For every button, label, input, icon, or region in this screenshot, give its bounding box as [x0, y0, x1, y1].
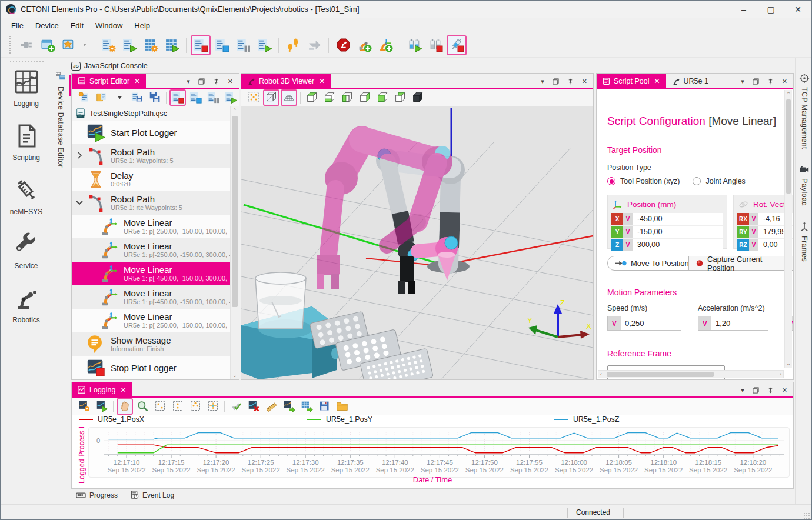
export-table-icon[interactable]: [298, 398, 315, 415]
wireframe-icon[interactable]: [263, 89, 279, 106]
sidebar-item-logging[interactable]: Logging: [1, 69, 52, 108]
view-bottom-icon[interactable]: [321, 89, 338, 106]
script-root-row[interactable]: TestSingleStepPath.qsc: [72, 106, 230, 121]
tab-frames[interactable]: Frames: [796, 222, 812, 262]
radio-tool-position[interactable]: Tool Position (xyz) Joint Angles: [607, 177, 746, 185]
toolbar-drag-handle[interactable]: [9, 35, 12, 55]
axis-row-z[interactable]: ZV300,00: [611, 239, 723, 251]
plot-start-icon[interactable]: [94, 398, 110, 415]
view-top-icon[interactable]: [304, 89, 320, 106]
zoom-fit-icon[interactable]: [205, 398, 221, 415]
script-step-move-linear[interactable]: Move LinearUR5e 1: p[-250.00, -150.00, 3…: [72, 238, 230, 262]
clear-plot-icon[interactable]: [245, 398, 262, 415]
tab-payload[interactable]: Payload: [796, 164, 812, 206]
skip-script-icon[interactable]: [212, 35, 232, 55]
capture-position-button[interactable]: Capture Current Position: [688, 256, 793, 271]
sidebar-item-scripting[interactable]: Scripting: [1, 123, 52, 162]
zoom-x-icon[interactable]: [169, 398, 186, 415]
float-panel-icon[interactable]: [198, 78, 205, 85]
device-database-editor-tab[interactable]: Device Database Editor: [52, 71, 70, 283]
stop-script-icon[interactable]: [191, 35, 211, 55]
scroll-left-icon[interactable]: ‹: [600, 371, 602, 377]
close-button[interactable]: ✕: [784, 1, 811, 18]
legend-item-UR5e_1.PosX[interactable]: UR5e_1.PosX: [79, 415, 144, 424]
sidebar-item-service[interactable]: Service: [1, 231, 52, 270]
apply-icon[interactable]: [228, 398, 244, 415]
radio-selected-icon[interactable]: [607, 177, 615, 185]
axis-value[interactable]: -150,00: [633, 226, 723, 238]
chart-plot[interactable]: 012:17:10Sep 15 202212:17:15Sep 15 20221…: [89, 428, 789, 477]
view-iso-icon[interactable]: [410, 89, 426, 106]
float-panel-icon[interactable]: [753, 387, 759, 394]
scroll-right-icon[interactable]: ›: [780, 371, 781, 377]
pause-icon[interactable]: [205, 89, 221, 106]
close-panel-icon[interactable]: ✕: [582, 78, 587, 85]
stop-icon[interactable]: [169, 89, 186, 106]
script-editor-scrollbar[interactable]: ⌃ ⌄: [230, 106, 239, 379]
view-right-icon[interactable]: [357, 89, 373, 106]
panel-menu-icon[interactable]: ▾: [741, 78, 744, 85]
menu-edit[interactable]: Edit: [65, 19, 89, 32]
run-devices-icon[interactable]: [162, 35, 182, 55]
sidebar-item-nemesys[interactable]: neMESYS: [1, 177, 52, 216]
legend-item-UR5e_1.PosY[interactable]: UR5e_1.PosY: [307, 415, 372, 424]
script-step-stop-plot-logger[interactable]: Stop Plot Logger: [72, 356, 230, 379]
minimize-button[interactable]: –: [730, 1, 757, 18]
save-log-icon[interactable]: [316, 398, 332, 415]
floor-grid-icon[interactable]: [281, 89, 297, 106]
add-robot-jog-icon[interactable]: [375, 35, 395, 55]
pool-vertical-scrollbar[interactable]: ⌃ ⌄: [784, 90, 792, 368]
disconnect-icon[interactable]: [16, 35, 36, 55]
menu-window[interactable]: Window: [89, 19, 128, 32]
skip-icon[interactable]: [187, 89, 204, 106]
robot-3d-viewer-tab[interactable]: Robot 3D Viewer ✕: [241, 74, 331, 89]
open-script-icon[interactable]: [94, 89, 110, 106]
expander-collapsed-icon[interactable]: [75, 151, 84, 159]
float-panel-icon[interactable]: [753, 78, 759, 85]
script-step-robot-path[interactable]: Robot PathUR5e 1: rtc Waypoints: 5: [72, 191, 230, 215]
dosing-start-icon[interactable]: [404, 35, 424, 55]
favorites-icon[interactable]: [59, 35, 79, 55]
add-project-icon[interactable]: [38, 35, 58, 55]
js-console-tab[interactable]: JS JavaScript Console: [71, 59, 201, 72]
view-left-icon[interactable]: [339, 89, 355, 106]
script-step-move-linear[interactable]: Move LinearUR5e 1: p[-450.00, -150.00, 3…: [72, 262, 230, 285]
tab-tcp-management[interactable]: TCP Management: [796, 73, 812, 149]
script-step-move-linear[interactable]: Move LinearUR5e 1: p[-450.00, -150.00, 1…: [72, 285, 230, 309]
favorites-dropdown[interactable]: [80, 35, 89, 55]
dosing-stop-icon[interactable]: [425, 35, 445, 55]
close-panel-icon[interactable]: ✕: [782, 387, 787, 394]
axis-value[interactable]: 300,00: [633, 239, 723, 251]
pin-panel-icon[interactable]: [567, 78, 574, 85]
open-dropdown[interactable]: [111, 89, 128, 106]
close-panel-icon[interactable]: ✕: [782, 78, 787, 85]
float-panel-icon[interactable]: [553, 78, 559, 85]
zoom-y-icon[interactable]: [187, 398, 204, 415]
view-front-icon[interactable]: [374, 89, 391, 106]
panel-menu-icon[interactable]: ▾: [741, 387, 744, 394]
tab-event-log[interactable]: Event Log: [131, 491, 174, 499]
measure-icon[interactable]: [263, 398, 279, 415]
speed-field[interactable]: V 0,250: [607, 316, 681, 331]
panel-menu-icon[interactable]: ▾: [541, 78, 544, 85]
fit-view-icon[interactable]: [245, 89, 262, 106]
script-step-start-plot-logger[interactable]: Start Plot Logger: [72, 121, 230, 144]
configure-script-icon[interactable]: [98, 35, 118, 55]
add-robot-icon[interactable]: [354, 35, 374, 55]
plot-settings-icon[interactable]: [76, 398, 92, 415]
acceleration-field[interactable]: V 1,20: [698, 316, 768, 331]
tab-progress[interactable]: Progress: [76, 491, 118, 499]
radio-unselected-icon[interactable]: [693, 177, 701, 185]
accel-value[interactable]: 1,20: [711, 316, 768, 330]
logging-tab[interactable]: Logging ✕: [72, 382, 132, 398]
resize-grip[interactable]: [803, 512, 810, 519]
close-panel-icon[interactable]: ✕: [228, 78, 233, 85]
menu-help[interactable]: Help: [128, 19, 156, 32]
start-script-icon[interactable]: [254, 35, 274, 55]
ur5e-tab[interactable]: UR5e 1: [666, 74, 714, 89]
view-back-icon[interactable]: [392, 89, 408, 106]
syringe-stop-icon[interactable]: [447, 35, 467, 55]
script-step-move-linear[interactable]: Move LinearUR5e 1: p[-250.00, -150.00, 1…: [72, 215, 230, 238]
script-editor-tab-close-icon[interactable]: ✕: [134, 77, 140, 85]
legend-item-UR5e_1.PosZ[interactable]: UR5e_1.PosZ: [554, 415, 620, 424]
